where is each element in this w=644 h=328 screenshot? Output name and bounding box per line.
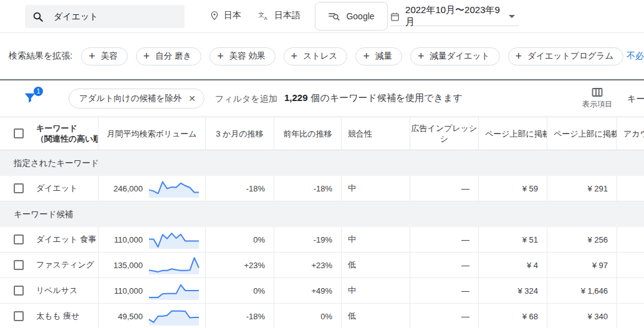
keyword-cell: 太もも 痩せ bbox=[36, 311, 80, 322]
three-month-change-cell: +23% bbox=[244, 261, 265, 270]
table-cell: 246,000 bbox=[99, 176, 206, 201]
result-count-suffix: 個のキーワード候補を使用できます bbox=[311, 92, 463, 104]
download-keywords-link[interactable]: キー bbox=[627, 94, 644, 105]
broaden-chip-4[interactable]: +減量 bbox=[355, 47, 402, 65]
column-header-three-month-change[interactable]: 3 か月の推移 bbox=[206, 117, 274, 150]
table-cell: +23% bbox=[206, 253, 274, 277]
plus-icon: + bbox=[363, 51, 370, 62]
table-cell: ¥ 68 bbox=[479, 304, 547, 328]
column-header-avg-monthly-searches[interactable]: 月間平均検索ボリューム bbox=[99, 117, 206, 150]
three-month-change-cell: 0% bbox=[253, 235, 265, 244]
three-month-change-cell: -18% bbox=[246, 184, 265, 193]
table-cell: — bbox=[410, 176, 479, 201]
location-selector[interactable]: 日本 bbox=[209, 10, 241, 21]
result-count-text: 1,229 個のキーワード候補を使用できます bbox=[284, 92, 463, 104]
columns-button[interactable]: 表示項目 bbox=[580, 87, 615, 110]
volume-cell: 246,000 bbox=[113, 184, 143, 193]
table-header-row: キーワード（関連性の高い順）月間平均検索ボリューム3 か月の推移前年比の推移競合… bbox=[0, 117, 644, 150]
select-all-checkbox[interactable] bbox=[14, 128, 24, 138]
column-header-yoy-change[interactable]: 前年比の推移 bbox=[274, 117, 342, 150]
table-cell: リベルサス bbox=[0, 278, 99, 303]
ad-impression-share-cell: — bbox=[461, 261, 469, 270]
language-selector[interactable]: 文 A 日本語 bbox=[258, 10, 300, 21]
table-cell: +49% bbox=[274, 278, 342, 303]
broaden-chip-label: 自分 磨き bbox=[155, 51, 191, 62]
header-line: 競合性 bbox=[348, 128, 372, 139]
active-filter-chip[interactable]: アダルト向けの候補を除外 ✕ bbox=[69, 89, 204, 109]
close-icon[interactable]: ✕ bbox=[188, 94, 196, 104]
column-header-competition[interactable]: 競合性 bbox=[342, 117, 410, 150]
broaden-chip-label: 減量 bbox=[375, 51, 392, 62]
top-of-page-bid-low-cell: ¥ 4 bbox=[527, 261, 538, 270]
header-line: 3 か月の推移 bbox=[216, 128, 263, 139]
search-icon bbox=[32, 11, 44, 22]
table-body: 指定されたキーワードダイエット246,000-18%-18%中—¥ 59¥ 29… bbox=[0, 150, 644, 328]
volume-cell: 49,500 bbox=[118, 312, 143, 321]
plus-icon: + bbox=[418, 51, 425, 62]
broaden-chip-6[interactable]: +ダイエットプログラム bbox=[508, 47, 624, 65]
row-checkbox[interactable] bbox=[14, 183, 24, 193]
row-checkbox[interactable] bbox=[14, 286, 24, 296]
header-line: アカウ bbox=[623, 128, 644, 139]
table-cell: 0% bbox=[206, 227, 274, 252]
table-cell: ¥ 291 bbox=[547, 176, 617, 201]
volume-cell: 110,000 bbox=[114, 235, 143, 244]
keyword-header-text[interactable]: キーワード（関連性の高い順） bbox=[36, 123, 98, 144]
top-of-page-bid-high-cell: ¥ 291 bbox=[587, 184, 608, 193]
header-line: キーワード bbox=[36, 123, 77, 133]
column-header-keyword: キーワード（関連性の高い順） bbox=[0, 117, 99, 150]
table-section-header: キーワード候補 bbox=[0, 201, 644, 227]
broaden-right-link[interactable]: 不必 bbox=[627, 51, 644, 62]
section-label: キーワード候補 bbox=[14, 209, 73, 220]
row-checkbox[interactable] bbox=[14, 234, 24, 244]
column-header-account-status[interactable]: アカウ bbox=[617, 117, 644, 150]
top-of-page-bid-high-cell: ¥ 97 bbox=[592, 261, 608, 270]
table-cell: 低 bbox=[342, 304, 410, 328]
filter-count-badge: 1 bbox=[34, 87, 43, 96]
top-of-page-bid-low-cell: ¥ 68 bbox=[522, 312, 538, 321]
column-header-top-of-page-bid-high[interactable]: ページ上部に掲載 bbox=[547, 117, 617, 150]
header-line: 月間平均検索ボリューム bbox=[107, 128, 196, 139]
search-value: ダイエット bbox=[54, 11, 99, 22]
filter-button[interactable]: 1 bbox=[23, 91, 39, 107]
plus-icon: + bbox=[217, 51, 224, 62]
row-checkbox[interactable] bbox=[14, 260, 24, 270]
keyword-cell: リベルサス bbox=[36, 285, 78, 296]
broaden-chip-2[interactable]: +美容 効果 bbox=[209, 47, 275, 65]
header-line: ページ上部に掲載 bbox=[485, 128, 547, 139]
table-cell: ¥ 51 bbox=[479, 227, 547, 252]
keyword-plan-toolbar: ダイエット 日本 文 A 日本語 Google 2022年10月〜2 bbox=[0, 0, 644, 33]
top-of-page-bid-low-cell: ¥ 324 bbox=[517, 286, 538, 296]
date-range-selector[interactable]: 2022年10月〜2023年9月 bbox=[390, 7, 519, 26]
location-pin-icon bbox=[209, 10, 219, 21]
table-cell: -18% bbox=[206, 176, 274, 201]
add-filter-button[interactable]: フィルタを追加 bbox=[215, 94, 277, 105]
column-header-ad-impression-share[interactable]: 広告インプレッシシ bbox=[410, 117, 479, 150]
table-cell: 110,000 bbox=[99, 278, 206, 303]
column-header-top-of-page-bid-low[interactable]: ページ上部に掲載 bbox=[479, 117, 547, 150]
table-cell: ¥ 256 bbox=[547, 227, 617, 252]
table-cell: ¥ 324 bbox=[479, 278, 547, 303]
competition-cell: 低 bbox=[348, 259, 356, 271]
keyword-search-input[interactable]: ダイエット bbox=[25, 5, 185, 28]
search-network-selector[interactable]: Google bbox=[315, 2, 388, 31]
result-count-number: 1,229 bbox=[284, 92, 308, 104]
broaden-chip-1[interactable]: +自分 磨き bbox=[136, 47, 202, 65]
results-toolbar: 1 アダルト向けの候補を除外 ✕ フィルタを追加 1,229 個のキーワード候補… bbox=[0, 80, 644, 117]
row-checkbox[interactable] bbox=[14, 311, 24, 321]
table-cell: — bbox=[410, 227, 479, 252]
plus-icon: + bbox=[516, 51, 522, 62]
broaden-chip-5[interactable]: +減量ダイエット bbox=[410, 47, 500, 65]
broaden-chip-0[interactable]: +美容 bbox=[81, 47, 128, 65]
table-row: ダイエット 食事110,0000%-19%中—¥ 51¥ 256 bbox=[0, 227, 644, 253]
table-cell bbox=[617, 227, 644, 252]
table-cell: 110,000 bbox=[99, 227, 206, 252]
table-cell: ダイエット bbox=[0, 176, 99, 201]
broaden-chip-3[interactable]: +ストレス bbox=[284, 47, 348, 65]
table-row: 太もも 痩せ49,500-18%0%低—¥ 68¥ 340 bbox=[0, 304, 644, 328]
columns-button-label: 表示項目 bbox=[582, 99, 612, 110]
language-value: 日本語 bbox=[274, 10, 300, 21]
broaden-search-label: 検索結果を拡張: bbox=[9, 51, 72, 62]
top-of-page-bid-high-cell: ¥ 340 bbox=[587, 312, 608, 321]
keyword-results-table: キーワード（関連性の高い順）月間平均検索ボリューム3 か月の推移前年比の推移競合… bbox=[0, 117, 644, 328]
